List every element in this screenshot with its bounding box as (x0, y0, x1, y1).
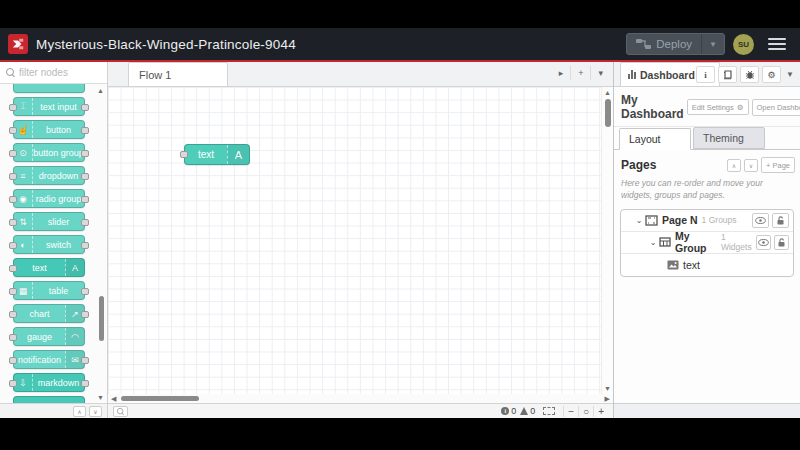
palette-node-switch[interactable]: ◐ switch (13, 235, 85, 254)
flow-tab[interactable]: Flow 1 (128, 62, 228, 86)
add-flow-button[interactable]: + (570, 66, 590, 80)
palette-search[interactable] (0, 62, 107, 84)
canvas-horizontal-scrollbar[interactable]: ◀ ▶ (108, 394, 613, 403)
sidebar: Dashboard 2.0 i ⚙ ▼ (613, 62, 800, 418)
lock-button[interactable] (774, 235, 789, 250)
tab-layout[interactable]: Layout (619, 128, 691, 150)
palette-node-radio-group[interactable]: ◉ radio group (13, 189, 85, 208)
input-port[interactable] (9, 219, 17, 226)
palette-node-partial-top[interactable] (13, 84, 85, 93)
output-port[interactable] (81, 357, 89, 364)
output-port[interactable] (81, 242, 89, 249)
collapse-caret-icon[interactable]: ⌄ (633, 216, 645, 225)
list-flows-icon[interactable]: ▾ (590, 66, 610, 80)
output-port[interactable] (81, 288, 89, 295)
zoom-out-button[interactable]: − (564, 406, 579, 417)
move-page-down-button[interactable]: ∨ (744, 159, 758, 172)
info-count[interactable]: i 0 (501, 406, 516, 416)
palette-node-text-input[interactable]: ⌶ text input (13, 97, 85, 116)
move-page-up-button[interactable]: ∧ (727, 159, 741, 172)
vertical-scrollbar-thumb[interactable] (605, 99, 611, 127)
input-port[interactable] (9, 311, 17, 318)
help-tab-button[interactable] (718, 66, 737, 83)
search-flows-button[interactable] (113, 406, 128, 417)
output-port[interactable] (81, 380, 89, 387)
output-port[interactable] (81, 173, 89, 180)
tab-scroll-right-icon[interactable]: ▸ (552, 66, 571, 80)
info-count-value: 0 (511, 406, 516, 416)
navigator-toggle-icon[interactable] (543, 407, 555, 415)
flow-canvas[interactable]: text A ▲ ▼ (108, 87, 613, 394)
input-port[interactable] (9, 150, 17, 157)
debug-tab-button[interactable] (740, 66, 759, 83)
tree-row-widget[interactable]: text (621, 254, 793, 276)
palette-node-gauge[interactable]: gauge ◠ (13, 327, 85, 346)
palette-node-markdown[interactable]: ⇩ markdown (13, 373, 85, 392)
palette-node-chart[interactable]: chart ↗ (13, 304, 85, 323)
node-label: notification (14, 355, 65, 365)
output-port[interactable] (81, 311, 89, 318)
sidebar-menu-caret-icon[interactable]: ▼ (784, 70, 796, 79)
input-port[interactable] (9, 265, 17, 272)
palette-node-partial-bottom[interactable] (13, 396, 85, 403)
palette-node-button[interactable]: ☝ button (13, 120, 85, 139)
main-menu-icon[interactable] (768, 38, 786, 51)
output-port[interactable] (81, 196, 89, 203)
palette-node-table[interactable]: ▦ table (13, 281, 85, 300)
input-port[interactable] (9, 104, 17, 111)
visibility-button[interactable] (756, 235, 771, 250)
tab-theming[interactable]: Theming (693, 127, 765, 149)
output-port[interactable] (81, 127, 89, 134)
user-avatar[interactable]: SU (733, 34, 754, 55)
scroll-left-icon[interactable]: ◀ (111, 395, 116, 403)
canvas-vertical-scrollbar[interactable]: ▲ ▼ (601, 87, 613, 394)
palette-filter-input[interactable] (19, 67, 99, 78)
deploy-button[interactable]: Deploy ▼ (626, 33, 725, 55)
expand-categories-button[interactable]: ∨ (89, 406, 102, 417)
flow-tab-controls: ▸ + ▾ (552, 66, 610, 80)
scroll-down-icon[interactable]: ▼ (604, 385, 611, 392)
palette-node-slider[interactable]: ⇅ slider (13, 212, 85, 231)
gauge-icon: ◠ (65, 328, 84, 345)
input-port[interactable] (9, 196, 17, 203)
palette-node-notification[interactable]: notification ✉ (13, 350, 85, 369)
edit-settings-button[interactable]: Edit Settings ⚙ (687, 99, 749, 115)
input-port[interactable] (9, 288, 17, 295)
deploy-options-caret[interactable]: ▼ (701, 34, 724, 54)
output-port[interactable] (81, 219, 89, 226)
eye-icon (758, 239, 769, 246)
add-page-button[interactable]: + Page (761, 157, 795, 173)
scroll-right-icon[interactable]: ▶ (605, 395, 610, 403)
info-tab-button[interactable]: i (696, 66, 715, 83)
horizontal-scrollbar-thumb[interactable] (121, 396, 199, 401)
palette-scroll-down-icon[interactable]: ▼ (97, 394, 104, 401)
collapse-categories-button[interactable]: ∧ (73, 406, 86, 417)
deploy-main[interactable]: Deploy (627, 38, 701, 50)
input-port[interactable] (9, 334, 17, 341)
open-dashboard-button[interactable]: Open Dashboard ⧉ (752, 99, 800, 116)
scroll-up-icon[interactable]: ▲ (604, 89, 611, 96)
zoom-in-button[interactable]: + (594, 406, 608, 417)
tree-row-page[interactable]: ⌄ Page N 1 Groups (621, 210, 793, 232)
warning-count[interactable]: 0 (520, 406, 535, 416)
palette-node-dropdown[interactable]: ≡ dropdown (13, 166, 85, 185)
collapse-caret-icon[interactable]: ⌄ (647, 238, 659, 247)
canvas-node-text[interactable]: text A (184, 144, 250, 165)
input-port[interactable] (9, 127, 17, 134)
input-port[interactable] (9, 357, 17, 364)
input-port[interactable] (180, 151, 188, 158)
input-port[interactable] (9, 173, 17, 180)
input-port[interactable] (9, 380, 17, 387)
palette-node-button-group[interactable]: ⊙ button group (13, 143, 85, 162)
visibility-button[interactable] (752, 213, 769, 228)
palette-scrollbar-thumb[interactable] (99, 296, 104, 341)
palette-scroll-up-icon[interactable]: ▲ (97, 87, 104, 94)
config-tab-button[interactable]: ⚙ (762, 66, 781, 83)
lock-button[interactable] (772, 213, 789, 228)
palette-node-text[interactable]: text A (13, 258, 85, 277)
input-port[interactable] (9, 242, 17, 249)
zoom-reset-button[interactable]: ○ (579, 406, 594, 417)
tree-row-group[interactable]: ⌄ My Group 1 Widgets (621, 232, 793, 254)
output-port[interactable] (81, 150, 89, 157)
output-port[interactable] (81, 104, 89, 111)
